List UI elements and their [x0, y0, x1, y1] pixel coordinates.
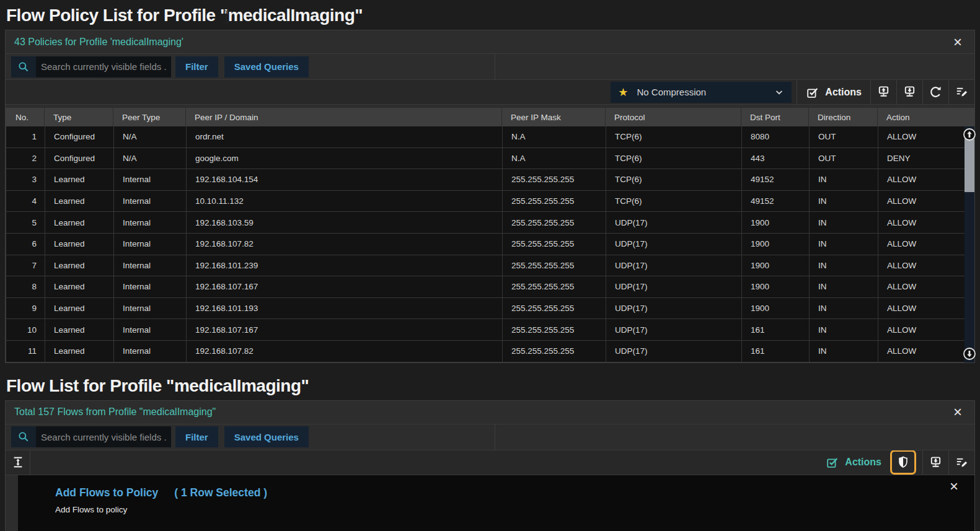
favorite-star-icon: ★ [618, 86, 628, 99]
table-row[interactable]: 1ConfiguredN/Aordr.netN.ATCP(6)8080OUTAL… [6, 126, 974, 148]
column-header[interactable]: Peer IP Mask [501, 108, 605, 126]
column-header[interactable]: Peer Type [113, 108, 185, 126]
table-cell: Learned [45, 276, 113, 297]
table-cell: Learned [45, 319, 113, 340]
table-row[interactable]: 9LearnedInternal192.168.101.193255.255.2… [6, 298, 974, 320]
table-cell: 161 [741, 341, 809, 362]
refresh-button[interactable] [923, 80, 948, 105]
table-row[interactable]: 5LearnedInternal192.168.103.59255.255.25… [6, 212, 974, 234]
refresh-icon [929, 85, 943, 99]
table-cell: 255.255.255.255 [502, 319, 606, 340]
actions-checkbox-icon [806, 86, 819, 99]
table-cell: 3 [6, 169, 45, 190]
table-cell: 255.255.255.255 [502, 234, 606, 255]
column-header[interactable]: No. [6, 108, 44, 126]
table-cell: 10.10.11.132 [186, 191, 502, 212]
table-cell: 49152 [741, 169, 809, 190]
table-row[interactable]: 2ConfiguredN/Agoogle.comN.ATCP(6)443OUTD… [6, 148, 974, 170]
close-icon[interactable]: × [950, 35, 966, 50]
table-cell: ordr.net [186, 126, 502, 147]
table-row[interactable]: 3LearnedInternal192.168.104.154255.255.2… [6, 169, 974, 191]
table-cell: google.com [186, 148, 502, 169]
scroll-up-icon[interactable] [963, 128, 976, 141]
table-cell: ALLOW [878, 255, 974, 276]
table-cell: 49152 [741, 191, 809, 212]
table-cell: 10 [6, 319, 45, 340]
table-cell: Internal [113, 234, 186, 255]
table-cell: TCP(6) [606, 148, 741, 169]
table-cell: N/A [113, 126, 186, 147]
table-row[interactable]: 10LearnedInternal192.168.107.167255.255.… [6, 319, 974, 341]
download-button[interactable] [923, 450, 948, 475]
flow-panel-header: Total 157 Flows from Profile "medicalIma… [6, 401, 974, 424]
page-title-text: Flow List for Profile "medicalImaging" [6, 376, 309, 395]
table-row[interactable]: 8LearnedInternal192.168.107.167255.255.2… [6, 276, 974, 298]
table-cell: Configured [45, 126, 113, 147]
table-cell: IN [809, 341, 878, 362]
search-input[interactable] [36, 56, 171, 77]
add-flows-to-policy-link[interactable]: Add Flows to Policy [55, 486, 158, 499]
table-cell: IN [809, 191, 878, 212]
close-icon[interactable]: × [950, 405, 966, 419]
table-cell: IN [809, 255, 878, 276]
policy-table-header-row: No.TypePeer TypePeer IP / DomainPeer IP … [6, 108, 974, 126]
text-cursor-icon [223, 10, 229, 24]
actions-button[interactable]: Actions [797, 80, 870, 105]
search-input[interactable] [36, 426, 171, 447]
table-cell: 1 [6, 126, 45, 147]
table-row[interactable]: 7LearnedInternal192.168.101.239255.255.2… [6, 255, 974, 277]
table-cell: 255.255.255.255 [502, 298, 606, 319]
table-cell: ALLOW [878, 212, 974, 233]
table-cell: UDP(17) [606, 341, 741, 362]
add-to-policy-shield-button[interactable] [890, 450, 916, 475]
column-header[interactable]: Dst Port [741, 108, 808, 126]
table-cell: IN [809, 212, 878, 233]
table-row[interactable]: 6LearnedInternal192.168.107.82255.255.25… [6, 234, 974, 255]
column-header[interactable]: Protocol [605, 108, 741, 126]
download-button[interactable] [897, 80, 922, 105]
flow-search-row: Filter Saved Queries [6, 424, 974, 450]
table-cell: Learned [45, 234, 113, 255]
table-cell: 255.255.255.255 [502, 191, 606, 212]
table-cell: 255.255.255.255 [502, 276, 606, 297]
table-cell: Learned [45, 341, 113, 362]
compression-dropdown[interactable]: ★ No Compression [611, 82, 792, 103]
table-cell: DENY [878, 148, 974, 169]
table-cell: 192.168.103.59 [186, 212, 502, 233]
scrollbar-thumb[interactable] [965, 138, 974, 192]
table-cell: ALLOW [878, 298, 974, 319]
policy-table: No.TypePeer TypePeer IP / DomainPeer IP … [6, 108, 974, 362]
actions-button[interactable]: Actions [817, 450, 890, 475]
scroll-down-icon[interactable] [963, 347, 976, 361]
table-cell: 255.255.255.255 [502, 255, 606, 276]
download-icon [929, 455, 943, 470]
table-cell: 192.168.101.193 [186, 298, 502, 319]
policy-toolbar: ★ No Compression Actions [6, 80, 974, 105]
table-cell: Learned [45, 169, 113, 190]
close-icon[interactable]: × [946, 479, 962, 494]
saved-queries-button[interactable]: Saved Queries [224, 426, 309, 447]
column-header[interactable]: Peer IP / Domain [185, 108, 501, 126]
table-row[interactable]: 11LearnedInternal192.168.107.82255.255.2… [6, 341, 974, 362]
table-row[interactable]: 4LearnedInternal10.10.11.132255.255.255.… [6, 191, 974, 213]
saved-queries-button[interactable]: Saved Queries [224, 56, 309, 77]
page-title-text: Flow Policy List for Profile "medicalIma… [6, 6, 363, 25]
actions-checkbox-icon [826, 455, 839, 469]
table-cell: 1900 [741, 255, 809, 276]
edit-list-button[interactable] [949, 450, 974, 475]
column-header[interactable]: Action [877, 108, 974, 126]
edit-list-button[interactable] [949, 80, 974, 105]
page-title-flow-policy-list: Flow Policy List for Profile "medicalIma… [0, 0, 980, 30]
upload-button[interactable] [871, 80, 896, 105]
table-cell: ALLOW [878, 169, 974, 190]
page-title-flow-list: Flow List for Profile "medicalImaging" [0, 371, 980, 400]
column-header[interactable]: Direction [808, 108, 877, 126]
table-cell: 1900 [741, 298, 809, 319]
table-cell: Learned [45, 212, 113, 233]
row-height-button[interactable] [6, 450, 30, 475]
filter-button[interactable]: Filter [175, 426, 218, 447]
vertical-scrollbar[interactable] [965, 126, 974, 362]
filter-button[interactable]: Filter [175, 56, 218, 77]
column-header[interactable]: Type [44, 108, 113, 126]
table-cell: Internal [113, 276, 186, 297]
